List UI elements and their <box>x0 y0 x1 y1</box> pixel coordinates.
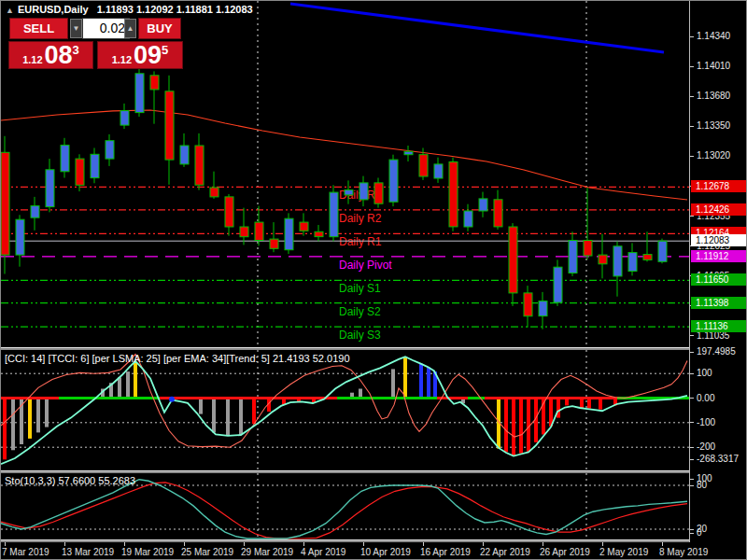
candle-body <box>404 151 413 154</box>
buy-button[interactable]: BUY <box>138 18 181 39</box>
sell-price-button[interactable]: 1.12083 <box>8 41 93 69</box>
candle-body <box>225 197 233 227</box>
candle-body <box>449 162 458 227</box>
candle-body <box>658 241 667 261</box>
chart-title: ▲EURUSD,Daily1.11893 1.12092 1.11881 1.1… <box>6 4 253 15</box>
price-badge: 1.12083 <box>691 234 747 246</box>
date-tick-mark <box>5 542 6 546</box>
price-badge: 1.11912 <box>691 250 747 262</box>
candle-body <box>46 170 54 207</box>
cci-indicator-panel <box>1 350 689 470</box>
sto-tick-mark <box>690 533 694 534</box>
arrow-down-icon: ▼ <box>73 24 80 33</box>
buy-price-prefix: 1.12 <box>112 54 132 65</box>
candle-body <box>31 206 39 218</box>
date-tick-mark <box>184 542 185 546</box>
cci-chart-canvas[interactable] <box>1 350 689 470</box>
sell-button[interactable]: SELL <box>9 18 68 39</box>
candle-body <box>389 160 398 202</box>
candle-body <box>91 154 99 177</box>
candle-body <box>76 159 84 185</box>
date-label: 2 May 2019 <box>599 547 648 557</box>
candle-body <box>509 227 517 293</box>
date-label: 10 Apr 2019 <box>360 547 411 557</box>
cci-indicator-label: [CCI: 14] [TCCI: 6] [per LSMA: 25] [per … <box>5 353 350 364</box>
date-tick-mark <box>244 542 245 546</box>
price-tick-label: 1.13680 <box>697 91 730 101</box>
price-tick-mark <box>690 335 694 336</box>
volume-decrease-button[interactable]: ▼ <box>70 19 82 38</box>
sell-price-sup: 3 <box>73 43 79 57</box>
cci-axis-label: -268.3317 <box>697 454 739 464</box>
price-tick-mark <box>690 66 694 67</box>
pivot-label: Daily R1 <box>339 235 382 248</box>
ohlc-values: 1.11893 1.12092 1.11881 1.12083 <box>97 4 253 15</box>
main-chart-panel: Daily R3Daily R2Daily R1Daily PivotDaily… <box>1 1 689 347</box>
price-tick-mark <box>690 126 694 127</box>
date-label: 8 May 2019 <box>659 547 708 557</box>
date-tick-mark <box>543 542 543 546</box>
date-label: 13 Mar 2019 <box>62 547 114 557</box>
date-label: 16 Apr 2019 <box>420 547 471 557</box>
volume-increase-button[interactable]: ▲ <box>124 19 136 38</box>
cci-tick-mark <box>690 422 694 423</box>
date-tick-mark <box>602 542 603 546</box>
symbol-timeframe-label: EURUSD,Daily <box>18 4 89 15</box>
candle-body <box>554 267 562 302</box>
candle-body <box>16 219 24 255</box>
volume-input[interactable]: 0.02 <box>82 18 130 39</box>
price-tick-label: 1.13020 <box>697 150 730 161</box>
price-badge: 1.11650 <box>691 273 747 286</box>
sto-tick-mark <box>690 479 694 480</box>
price-tick-label: 1.14010 <box>697 61 730 71</box>
pivot-label: Daily S1 <box>339 282 381 295</box>
cci-tick-mark <box>690 447 694 448</box>
cci-axis-label: 197.4985 <box>697 346 736 357</box>
sto-axis-label: 0 <box>697 527 702 538</box>
trend-line[interactable] <box>290 4 664 52</box>
candle-body <box>315 231 323 236</box>
price-badge: 1.11398 <box>691 297 747 309</box>
candle-body <box>120 111 129 126</box>
sto-signal-line <box>1 483 687 539</box>
time-axis[interactable]: 7 Mar 201913 Mar 201919 Mar 201925 Mar 2… <box>1 542 747 560</box>
one-click-trading-widget: SELL ▼ 0.02 ▲ BUY 1.12083 1.12095 <box>8 17 182 66</box>
candle-body <box>240 227 248 237</box>
date-label: 26 Apr 2019 <box>540 547 590 557</box>
candle-body <box>270 239 278 248</box>
candle-body <box>135 74 144 113</box>
pivot-label: Daily Pivot <box>339 259 392 272</box>
price-badge: 1.11136 <box>691 320 747 332</box>
candle-body <box>434 164 443 178</box>
pivot-label: Daily S2 <box>339 305 381 318</box>
price-tick-mark <box>690 156 694 157</box>
date-label: 22 Apr 2019 <box>480 547 530 557</box>
candle-body <box>494 200 502 227</box>
sell-price-main: 08 <box>45 44 73 67</box>
cci-axis-label: -200 <box>697 441 715 452</box>
date-label: 4 Apr 2019 <box>301 547 345 557</box>
candle-body <box>165 91 174 160</box>
date-label: 25 Mar 2019 <box>181 547 233 557</box>
cci-axis-label: 0.00 <box>697 393 714 403</box>
candle-body <box>374 183 383 203</box>
sto-tick-mark <box>690 485 694 486</box>
candle-body <box>300 222 308 231</box>
candle-body <box>599 255 607 264</box>
price-tick-label: 1.14340 <box>697 31 730 41</box>
price-badge: 1.12678 <box>691 180 747 192</box>
chart-window: Daily R3Daily R2Daily R1Daily PivotDaily… <box>0 0 747 560</box>
candle-body <box>330 192 338 237</box>
price-tick-label: 1.13350 <box>697 120 730 131</box>
buy-price-main: 09 <box>134 44 162 67</box>
sto-tick-mark <box>690 529 694 530</box>
candle-body <box>61 146 69 172</box>
candle-body <box>210 188 218 197</box>
buy-price-button[interactable]: 1.12095 <box>97 41 183 69</box>
cci-tick-mark <box>690 373 694 374</box>
candle-body <box>106 141 114 159</box>
price-axis[interactable]: 1.143401.140101.136801.133501.130201.126… <box>689 1 747 542</box>
candle-body <box>569 241 577 273</box>
price-badge: 1.12426 <box>691 203 747 216</box>
sto-axis-label: 80 <box>697 480 707 490</box>
